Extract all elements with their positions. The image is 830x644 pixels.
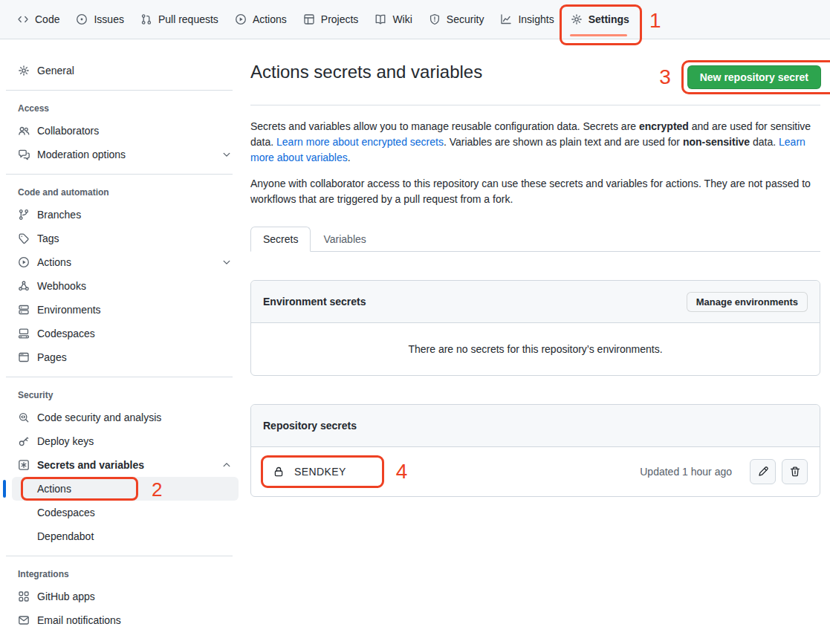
sidebar-item-environments[interactable]: Environments — [12, 298, 239, 322]
secret-name: SENDKEY — [294, 466, 346, 478]
tab-issues[interactable]: Issues — [68, 0, 132, 39]
tab-code[interactable]: Code — [9, 0, 68, 39]
people-icon — [18, 125, 30, 137]
delete-secret-button[interactable] — [782, 459, 808, 484]
git-branch-icon — [18, 209, 30, 221]
repository-secrets-title: Repository secrets — [263, 420, 357, 432]
tab-settings[interactable]: Settings — [562, 0, 638, 39]
environment-secrets-empty-state: There are no secrets for this repository… — [251, 323, 820, 375]
secret-updated-timestamp: Updated 1 hour ago — [640, 466, 732, 478]
sidebar-item-label: Actions — [37, 483, 233, 495]
manage-environments-button[interactable]: Manage environments — [687, 292, 808, 312]
link-encrypted-secrets[interactable]: Learn more about encrypted secrets — [276, 136, 444, 148]
sidebar-subitem-actions-secrets[interactable]: Actions 2 — [12, 477, 239, 501]
sidebar-section-title-security: Security — [12, 385, 239, 406]
server-icon — [18, 304, 30, 316]
tab-variables[interactable]: Variables — [311, 227, 378, 252]
intro-bold-encrypted: encrypted — [639, 120, 689, 132]
annotation-box-4: SENDKEY — [261, 455, 384, 488]
graph-icon — [500, 13, 512, 25]
sidebar-item-label: GitHub apps — [37, 591, 233, 602]
sidebar-subitem-dependabot-secrets[interactable]: Dependabot — [12, 524, 239, 548]
annotation-number-4: 4 — [396, 461, 408, 482]
sidebar-item-label: Environments — [37, 304, 233, 316]
sidebar-item-label: Code security and analysis — [37, 412, 233, 423]
sidebar-item-webhooks[interactable]: Webhooks — [12, 274, 239, 298]
lock-icon — [273, 466, 285, 478]
sidebar-item-label: Moderation options — [37, 149, 213, 160]
project-icon — [303, 13, 315, 25]
selected-item-bar — [3, 480, 6, 498]
sidebar-item-codespaces[interactable]: Codespaces — [12, 322, 239, 345]
chevron-down-icon — [221, 149, 233, 160]
gear-icon — [18, 65, 30, 77]
annotation-number-2: 2 — [152, 480, 162, 499]
repo-tab-bar: Code Issues Pull requests Actions Projec… — [0, 0, 830, 39]
intro-paragraph: Secrets and variables allow you to manag… — [250, 119, 820, 166]
asterisk-box-icon — [18, 459, 30, 471]
tab-wiki[interactable]: Wiki — [366, 0, 420, 39]
sidebar-item-pages[interactable]: Pages — [12, 345, 239, 369]
sidebar-item-actions[interactable]: Actions — [12, 250, 239, 274]
gear-icon — [571, 13, 583, 25]
tab-label: Security — [447, 13, 484, 25]
sidebar-item-collaborators[interactable]: Collaborators — [12, 119, 239, 143]
browser-icon — [18, 351, 30, 363]
sidebar-item-label: Pages — [37, 351, 233, 363]
sidebar-item-moderation-options[interactable]: Moderation options — [12, 143, 239, 166]
new-repository-secret-button[interactable]: New repository secret — [687, 65, 821, 89]
sidebar-item-label: Tags — [37, 232, 233, 244]
tab-label: Wiki — [392, 13, 412, 25]
tab-security[interactable]: Security — [421, 0, 493, 39]
secret-row-actions: Updated 1 hour ago — [640, 459, 808, 484]
sidebar-item-github-apps[interactable]: GitHub apps — [12, 585, 239, 608]
chevron-down-icon — [221, 256, 233, 268]
book-icon — [375, 13, 386, 25]
sidebar-item-general[interactable]: General — [12, 59, 239, 82]
annotation-number-1: 1 — [649, 10, 661, 31]
sidebar-item-secrets-and-variables[interactable]: Secrets and variables — [12, 453, 239, 477]
sidebar-item-code-security[interactable]: Code security and analysis — [12, 406, 239, 429]
tab-label: Actions — [253, 13, 287, 25]
sidebar-item-label: Actions — [37, 256, 213, 268]
sidebar-item-label: Codespaces — [37, 507, 233, 518]
sidebar-item-deploy-keys[interactable]: Deploy keys — [12, 429, 239, 453]
sidebar-item-email-notifications[interactable]: Email notifications — [12, 608, 239, 632]
issue-opened-icon — [76, 13, 88, 25]
mail-icon — [18, 614, 30, 626]
active-tab-underline — [570, 34, 627, 36]
webhook-icon — [18, 280, 30, 292]
divider — [6, 377, 233, 377]
code-icon — [17, 13, 29, 25]
collaborator-access-paragraph: Anyone with collaborator access to this … — [250, 176, 820, 207]
secret-row: SENDKEY 4 Updated 1 hour ago — [251, 447, 820, 496]
tab-label: Insights — [518, 13, 554, 25]
secrets-variables-tabnav: Secrets Variables — [250, 227, 820, 252]
sidebar-item-label: Email notifications — [37, 614, 233, 626]
header-actions: 3 New repository secret — [659, 60, 820, 94]
tab-label: Code — [35, 13, 59, 25]
sidebar-item-label: General — [37, 65, 233, 77]
intro-text: Secrets and variables allow you to manag… — [250, 120, 639, 132]
tag-icon — [18, 232, 30, 244]
apps-icon — [18, 591, 30, 602]
shield-icon — [429, 13, 441, 25]
annotation-box-3: New repository secret — [681, 60, 830, 94]
sidebar-item-tags[interactable]: Tags — [12, 227, 239, 250]
key-icon — [18, 435, 30, 447]
intro-bold-non-sensitive: non-sensitive — [683, 136, 750, 148]
tab-pull-requests[interactable]: Pull requests — [132, 0, 227, 39]
tab-insights[interactable]: Insights — [492, 0, 562, 39]
edit-secret-button[interactable] — [750, 459, 776, 484]
tab-actions[interactable]: Actions — [227, 0, 295, 39]
sidebar-subitem-codespaces-secrets[interactable]: Codespaces — [12, 501, 239, 524]
divider — [6, 556, 233, 556]
tab-projects[interactable]: Projects — [295, 0, 367, 39]
tab-label: Projects — [321, 13, 359, 25]
play-icon — [235, 13, 247, 25]
tab-label: Issues — [94, 13, 123, 25]
annotation-number-3: 3 — [659, 67, 671, 88]
sidebar-section-title-code-automation: Code and automation — [12, 182, 239, 203]
sidebar-item-branches[interactable]: Branches — [12, 203, 239, 227]
tab-secrets[interactable]: Secrets — [250, 227, 311, 252]
